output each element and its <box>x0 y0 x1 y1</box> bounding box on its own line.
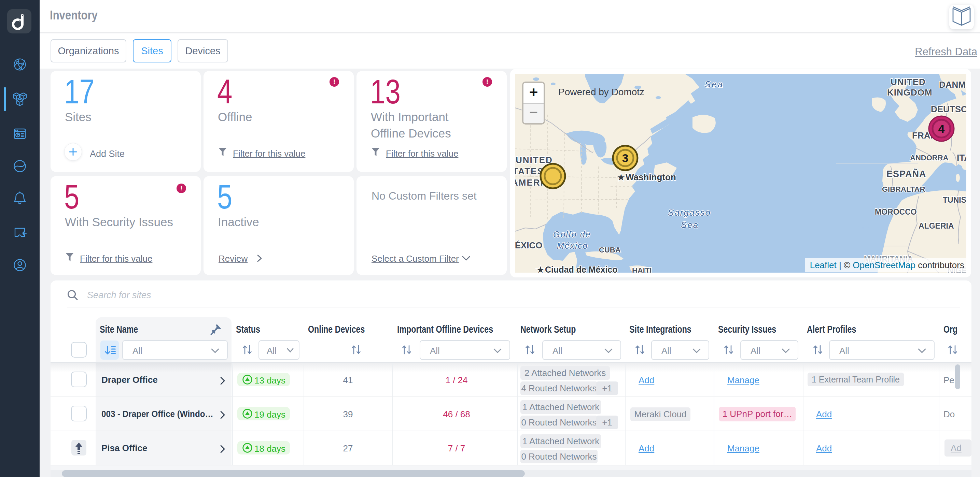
svg-text:UNITED: UNITED <box>515 155 553 165</box>
svg-text:3: 3 <box>622 152 628 165</box>
svg-text:UNITED: UNITED <box>891 77 926 87</box>
svg-text:TUNISIA: TUNISIA <box>943 195 966 204</box>
svg-text:DANMAR: DANMAR <box>939 79 966 90</box>
svg-text:CUBA: CUBA <box>599 246 621 254</box>
svg-text:STATES: STATES <box>515 166 544 176</box>
svg-text:ITAL: ITAL <box>957 152 966 163</box>
svg-text:KINGDOM: KINGDOM <box>887 87 932 98</box>
svg-text:DEUTSCHL: DEUTSCHL <box>931 104 966 114</box>
svg-text:GIBRALTAR: GIBRALTAR <box>882 185 925 193</box>
svg-text:ALGERIA: ALGERIA <box>918 222 954 230</box>
svg-text:Sargasso: Sargasso <box>668 208 711 218</box>
svg-text:HAITI: HAITI <box>632 266 652 273</box>
svg-text:★: ★ <box>617 173 625 182</box>
svg-text:★: ★ <box>537 265 544 273</box>
svg-text:México: México <box>557 241 588 250</box>
svg-text:Washington: Washington <box>625 172 676 182</box>
svg-text:4: 4 <box>938 122 945 135</box>
svg-text:ESPAÑA: ESPAÑA <box>886 168 926 179</box>
svg-text:MOROCCO: MOROCCO <box>875 208 917 216</box>
svg-text:Sea: Sea <box>681 220 698 230</box>
svg-text:Sea: Sea <box>705 79 724 89</box>
svg-text:Golfo de: Golfo de <box>553 230 591 239</box>
svg-text:MÉXICO: MÉXICO <box>515 240 542 250</box>
svg-text:ANDORRA: ANDORRA <box>910 154 948 162</box>
svg-text:Ciudad de México: Ciudad de México <box>545 265 618 273</box>
